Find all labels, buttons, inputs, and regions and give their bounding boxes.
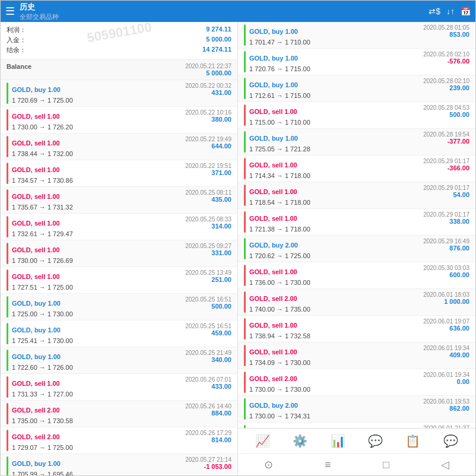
list-item[interactable]: GOLD, buy 2.00 2020.06.01 21:37 1 000.00…: [238, 423, 475, 428]
trade-date: 2020.06.01 19:07: [423, 318, 469, 325]
list-item[interactable]: GOLD, sell 1.00 2020.05.25 08:11 435.00 …: [1, 187, 237, 214]
list-item[interactable]: GOLD, sell 1.00 2020.06.01 19:07 636.00 …: [238, 316, 475, 342]
trade-profit: 331.00: [185, 249, 231, 256]
trade-type: GOLD, buy 1.00: [249, 135, 298, 142]
trade-profit: 814.00: [185, 436, 231, 443]
trade-profit: 884.00: [185, 410, 231, 417]
list-item[interactable]: GOLD, sell 2.00 2020.06.01 19:34 0.00 1 …: [238, 369, 475, 396]
trade-profit: 251.00: [185, 276, 231, 283]
square-bar-icon[interactable]: □: [383, 459, 389, 471]
trade-date: 2020.05.28 01:05: [423, 24, 469, 31]
list-item[interactable]: GOLD, sell 1.00 2020.06.01 19:34 409.00 …: [238, 342, 475, 369]
chat-icon[interactable]: 💬: [443, 434, 458, 448]
trade-type: GOLD, sell 1.00: [249, 268, 297, 275]
list-item[interactable]: GOLD, sell 1.00 2020.05.28 04:53 500.00 …: [238, 102, 475, 129]
list-item[interactable]: GOLD, sell 2.00 2020.05.26 14:40 884.00 …: [1, 401, 237, 427]
trade-type: GOLD, buy 2.00: [249, 242, 298, 249]
list-item[interactable]: GOLD, buy 1.00 2020.05.22 00:32 431.00 1…: [1, 80, 237, 107]
trade-type: GOLD, sell 1.00: [249, 215, 297, 222]
news-icon[interactable]: 📋: [405, 434, 420, 448]
trade-date: 2020.05.29 01:17: [423, 211, 469, 218]
trade-type: GOLD, sell 1.00: [12, 273, 60, 280]
trade-prices: 1 734.09 → 1 730.00: [249, 359, 469, 366]
trade-date: 2020.05.26 14:40: [185, 403, 231, 410]
list-item[interactable]: GOLD, sell 1.00 2020.05.25 13:49 251.00 …: [1, 267, 237, 294]
trade-type: GOLD, sell 1.00: [249, 322, 297, 329]
list-item[interactable]: GOLD, sell 1.00 2020.05.25 08:33 314.00 …: [1, 214, 237, 240]
trade-type: GOLD, buy 1.00: [12, 460, 61, 467]
chart-icon[interactable]: 📈: [255, 434, 270, 448]
trade-profit: 340.00: [185, 356, 231, 363]
trade-prices: 1 730.00 → 1 730.00: [249, 386, 469, 393]
menu-bar-icon[interactable]: ≡: [325, 459, 331, 471]
trade-type: GOLD, sell 1.00: [249, 108, 297, 115]
trade-prices: 1 722.60 → 1 726.00: [12, 364, 231, 371]
trade-type: GOLD, sell 1.00: [12, 113, 60, 120]
trade-prices: 1 721.38 → 1 718.00: [249, 226, 469, 233]
deposit-label: 入金：: [7, 36, 26, 45]
header-subtitle: 全部交易品种: [20, 12, 424, 21]
trade-profit: 433.00: [185, 383, 231, 390]
list-item[interactable]: GOLD, buy 2.00 2020.06.01 19:53 862.00 1…: [238, 396, 475, 423]
list-item[interactable]: GOLD, buy 1.00 2020.05.25 16:51 500.00 1…: [1, 294, 237, 320]
list-item[interactable]: GOLD, sell 2.00 2020.06.01 18:03 1 000.0…: [238, 289, 475, 316]
settings-icon[interactable]: ⚙️: [293, 434, 307, 448]
trade-prices: 1 725.00 → 1 730.00: [12, 310, 231, 318]
trade-prices: 1 705.99 → 1 695.46: [12, 471, 231, 475]
trade-profit: 314.00: [185, 223, 231, 230]
list-item[interactable]: GOLD, sell 1.00 2020.05.22 10:16 380.00 …: [1, 107, 237, 134]
trade-date: 2020.06.01 19:34: [423, 345, 469, 351]
trade-date: 2020.05.28 19:54: [423, 131, 469, 138]
home-bar-icon[interactable]: ⊙: [264, 458, 273, 471]
trade-type: GOLD, sell 1.00: [12, 193, 60, 200]
list-item[interactable]: GOLD, buy 1.00 2020.05.28 19:54 -377.00 …: [238, 129, 475, 156]
trade-profit: 380.00: [185, 116, 231, 123]
trade-profit: 431.00: [185, 89, 231, 96]
trade-prices: 1 720.62 → 1 725.00: [249, 252, 469, 259]
trade-type: GOLD, buy 1.00: [249, 28, 298, 35]
list-item[interactable]: GOLD, buy 1.00 2020.05.28 02:10 239.00 1…: [238, 75, 475, 102]
sort-icon[interactable]: ↓↑: [446, 7, 455, 16]
list-item[interactable]: GOLD, sell 1.00 2020.05.26 07:01 433.00 …: [1, 374, 237, 401]
list-item[interactable]: GOLD, buy 1.00 2020.05.25 16:51 459.00 1…: [1, 320, 237, 347]
list-item[interactable]: GOLD, buy 1.00 2020.05.28 01:05 853.00 1…: [238, 22, 475, 49]
trade-profit: 54.00: [423, 191, 469, 198]
app-header: ☰ 历史 全部交易品种 ⇄$ ↓↑ 📅: [1, 1, 475, 22]
menu-icon[interactable]: ☰: [5, 5, 15, 18]
summary-section: 利润： 9 274.11 入金： 5 000.00 结余： 14 274.11 …: [1, 22, 237, 60]
list-item[interactable]: GOLD, sell 1.00 2020.05.22 19:49 644.00 …: [1, 134, 237, 160]
trade-date: 2020.06.01 19:34: [423, 372, 469, 378]
list-item[interactable]: GOLD, sell 1.00 2020.05.29 01:17 54.00 1…: [238, 182, 475, 209]
transfer-icon[interactable]: ⇄$: [429, 7, 440, 16]
list-item[interactable]: GOLD, sell 1.00 2020.05.29 01:17 -366.00…: [238, 156, 475, 182]
trade-type: GOLD, sell 1.00: [12, 139, 60, 147]
trade-profit: -1 053.00: [185, 463, 231, 470]
list-item[interactable]: GOLD, buy 2.00 2020.05.29 16:49 876.00 1…: [238, 236, 475, 262]
list-item[interactable]: GOLD, sell 1.00 2020.05.29 01:17 338.00 …: [238, 209, 475, 236]
trade-prices: 1 738.44 → 1 732.00: [12, 150, 231, 157]
trade-profit: 862.00: [423, 405, 469, 412]
list-item[interactable]: GOLD, sell 1.00 2020.05.25 09:27 331.00 …: [1, 240, 237, 267]
messages-icon[interactable]: 💬: [368, 434, 383, 448]
trade-date: 2020.05.25 08:11: [185, 189, 231, 196]
trade-profit: 876.00: [423, 245, 469, 252]
list-item[interactable]: GOLD, buy 1.00 2020.05.28 02:10 -576.00 …: [238, 49, 475, 75]
trade-type: GOLD, sell 2.00: [12, 433, 60, 440]
trade-date: 2020.06.01 18:03: [423, 291, 469, 298]
list-item[interactable]: GOLD, sell 1.00 2020.05.30 03:03 600.00 …: [238, 262, 475, 289]
back-bar-icon[interactable]: ◁: [441, 458, 449, 471]
list-item[interactable]: GOLD, sell 2.00 2020.05.26 17:29 814.00 …: [1, 427, 237, 454]
list-item[interactable]: GOLD, buy 1.00 2020.05.25 21:49 340.00 1…: [1, 347, 237, 374]
analytics-icon[interactable]: 📊: [331, 434, 345, 448]
list-item[interactable]: GOLD, buy 1.00 2020.05.27 21:14 -1 053.0…: [1, 454, 237, 475]
bottom-nav: 📈 ⚙️ 📊 💬 📋 💬 ⊙ ≡ □ ◁: [238, 428, 475, 475]
trade-prices: 1 712.61 → 1 715.00: [249, 92, 469, 99]
trade-prices: 1 727.51 → 1 725.00: [12, 284, 231, 291]
trade-prices: 1 730.00 → 1 726.69: [12, 257, 231, 264]
trade-profit: 1 000.00: [423, 298, 469, 305]
trade-type: GOLD, sell 1.00: [249, 348, 297, 356]
balance-label: 结余：: [7, 46, 26, 55]
calendar-icon[interactable]: 📅: [461, 7, 471, 16]
trade-date: 2020.06.01 19:53: [423, 398, 469, 405]
list-item[interactable]: GOLD, sell 1.00 2020.05.22 19:51 371.00 …: [1, 160, 237, 187]
